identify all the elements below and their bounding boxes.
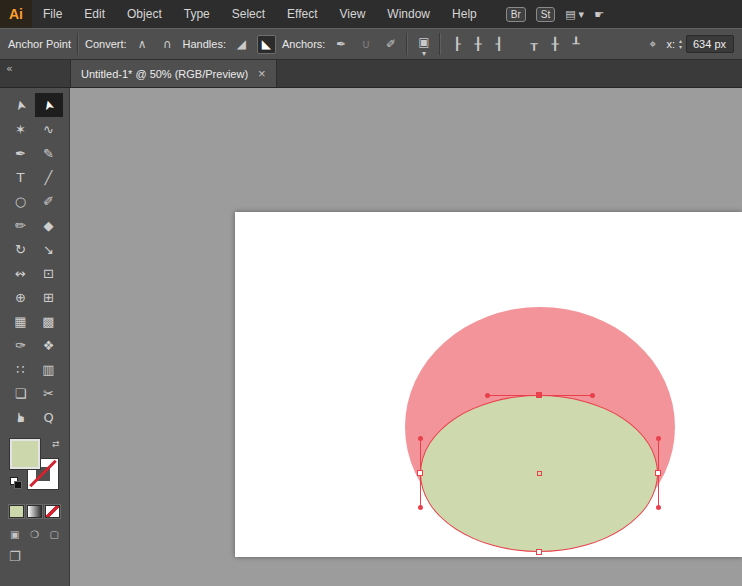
ellipse-icon: ○ <box>15 194 26 209</box>
artboard-tool[interactable]: ❏ <box>7 381 35 405</box>
handle-end-dot[interactable] <box>485 393 490 398</box>
align-left-icon[interactable]: ┠ <box>447 35 466 54</box>
shaper-icon: ◆ <box>44 218 54 233</box>
ellipse-tool[interactable]: ○ <box>7 189 35 213</box>
x-position-group: ⌖ x: ▴ ▾ 634 px <box>643 35 734 54</box>
draw-inside-icon[interactable]: ▢ <box>50 529 59 540</box>
menu-window[interactable]: Window <box>376 0 441 28</box>
shape-builder-tool[interactable]: ⊕ <box>7 285 35 309</box>
pencil-tool[interactable]: ✏ <box>7 213 35 237</box>
align-bottom-icon[interactable]: ┸ <box>566 35 585 54</box>
mesh-tool[interactable]: ▦ <box>7 309 35 333</box>
draw-behind-icon[interactable]: ❍ <box>30 529 39 540</box>
menu-edit[interactable]: Edit <box>73 0 116 28</box>
handle-end-dot[interactable] <box>418 436 423 441</box>
handle-end-dot[interactable] <box>656 505 661 510</box>
rotate-tool[interactable]: ↻ <box>7 237 35 261</box>
hide-handles-icon[interactable]: ◢ <box>232 35 251 54</box>
magic-wand-tool[interactable]: ✶ <box>7 117 35 141</box>
reference-point-icon[interactable]: ⌖ <box>643 35 662 54</box>
default-fill-stroke-icon[interactable] <box>10 477 24 489</box>
swap-fill-stroke-icon[interactable]: ⇄ <box>52 439 60 449</box>
eyedropper-tool[interactable]: ✑ <box>7 333 35 357</box>
color-button[interactable] <box>9 505 24 518</box>
vertical-align-group: ┰ ╂ ┸ <box>524 35 585 54</box>
scale-tool[interactable]: ↘ <box>35 237 63 261</box>
x-label: x: <box>666 38 675 50</box>
pen-tool[interactable]: ✒ <box>7 141 35 165</box>
selection-tool[interactable]: ➤ <box>7 93 35 117</box>
free-transform-tool[interactable]: ⊡ <box>35 261 63 285</box>
document-tab[interactable]: Untitled-1* @ 50% (RGB/Preview) × <box>70 60 277 87</box>
close-tab-icon[interactable]: × <box>258 66 266 81</box>
zoom-icon: Q <box>43 410 53 425</box>
remove-anchor-icon[interactable]: ✒ <box>331 35 350 54</box>
fill-swatch[interactable] <box>10 439 40 469</box>
direct-selection-icon: ➤ <box>40 98 57 112</box>
screen-mode-button[interactable]: ❐ <box>9 549 21 564</box>
line-segment-tool[interactable]: ╱ <box>35 165 63 189</box>
transform-menu-button[interactable]: ▣▾ <box>414 35 433 54</box>
handle-end-dot[interactable] <box>656 436 661 441</box>
collapse-panel-icon[interactable]: « <box>0 60 70 87</box>
none-button[interactable] <box>45 505 60 518</box>
blend-tool[interactable]: ❖ <box>35 333 63 357</box>
align-top-icon[interactable]: ┰ <box>524 35 543 54</box>
chevron-down-icon: ▾ <box>422 49 426 58</box>
blend-icon: ❖ <box>43 338 55 353</box>
curvature-tool[interactable]: ✎ <box>35 141 63 165</box>
bridge-button[interactable]: Br <box>506 7 526 22</box>
width-tool[interactable]: ↭ <box>7 261 35 285</box>
slice-tool[interactable]: ✂ <box>35 381 63 405</box>
lasso-tool[interactable]: ∿ <box>35 117 63 141</box>
pen-icon: ✒ <box>15 146 26 161</box>
right-anchor-point[interactable] <box>655 470 661 476</box>
touch-workspace-icon[interactable]: ☛ <box>594 8 604 21</box>
convert-to-corner-icon[interactable]: ∧ <box>133 35 152 54</box>
zoom-tool[interactable]: Q <box>35 405 63 429</box>
top-anchor-point[interactable] <box>536 392 542 398</box>
symbol-sprayer-tool[interactable]: ∷ <box>7 357 35 381</box>
menu-file[interactable]: File <box>32 0 73 28</box>
perspective-grid-tool[interactable]: ⊞ <box>35 285 63 309</box>
menu-type[interactable]: Type <box>173 0 221 28</box>
stock-button[interactable]: St <box>536 7 555 22</box>
column-graph-tool[interactable]: ▥ <box>35 357 63 381</box>
menu-bar: Ai FileEditObjectTypeSelectEffectViewWin… <box>0 0 742 28</box>
type-tool[interactable]: T <box>7 165 35 189</box>
pencil-icon: ✏ <box>15 218 26 233</box>
align-right-icon[interactable]: ┨ <box>489 35 508 54</box>
menu-help[interactable]: Help <box>441 0 488 28</box>
paintbrush-tool[interactable]: ✐ <box>35 189 63 213</box>
shaper-tool[interactable]: ◆ <box>35 213 63 237</box>
align-v-center-icon[interactable]: ╂ <box>545 35 564 54</box>
menu-view[interactable]: View <box>329 0 377 28</box>
menu-effect[interactable]: Effect <box>276 0 328 28</box>
cut-path-icon[interactable]: ✐ <box>381 35 400 54</box>
align-h-center-icon[interactable]: ╂ <box>468 35 487 54</box>
screen-mode-row: ❐ <box>0 549 69 564</box>
gradient-tool[interactable]: ▩ <box>35 309 63 333</box>
direct-selection-tool[interactable]: ➤ <box>35 93 63 117</box>
convert-to-smooth-icon[interactable]: ∩ <box>158 35 177 54</box>
workspace-switcher[interactable]: ▤ ▾ <box>565 8 584 21</box>
artboard-icon: ❏ <box>15 386 27 401</box>
illustrator-logo[interactable]: Ai <box>0 0 32 28</box>
connect-endpoints-icon[interactable]: ∪ <box>356 35 375 54</box>
gradient-button[interactable] <box>27 505 42 518</box>
menu-select[interactable]: Select <box>221 0 276 28</box>
x-value-input[interactable]: 634 px <box>686 35 734 53</box>
stepper-down-icon[interactable]: ▾ <box>679 44 682 50</box>
bottom-anchor-point[interactable] <box>536 549 542 555</box>
menu-object[interactable]: Object <box>116 0 173 28</box>
left-anchor-point[interactable] <box>417 470 423 476</box>
x-stepper[interactable]: ▴ ▾ <box>679 38 682 50</box>
show-handles-icon[interactable]: ◣ <box>257 35 276 54</box>
handle-end-dot[interactable] <box>590 393 595 398</box>
handle-end-dot[interactable] <box>418 505 423 510</box>
artboard[interactable] <box>235 212 742 557</box>
hand-tool[interactable]: ☛ <box>7 405 35 429</box>
draw-normal-icon[interactable]: ▣ <box>10 529 19 540</box>
gradient-icon: ▩ <box>42 314 54 329</box>
canvas[interactable] <box>70 88 742 586</box>
